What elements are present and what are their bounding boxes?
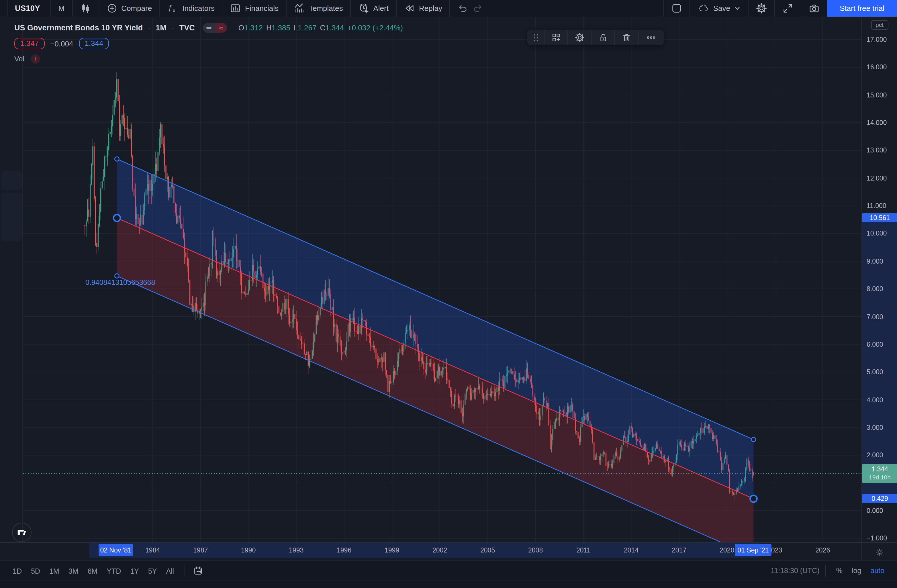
channel-start-price-label: 10.561 xyxy=(862,213,897,222)
top-toolbar: US10Y M Compare f x xyxy=(0,0,897,17)
tradingview-logo[interactable] xyxy=(12,523,32,542)
bid-ask-row: 1.347 −0.004 1.344 xyxy=(14,38,403,49)
time-tick: 2017 xyxy=(672,547,686,554)
range-button-1d[interactable]: 1D xyxy=(8,566,26,577)
range-button-5d[interactable]: 5D xyxy=(26,566,45,577)
time-tick: 1987 xyxy=(193,547,208,554)
price-tick: 0.000 xyxy=(866,507,883,514)
range-button-all[interactable]: All xyxy=(161,566,179,577)
range-button-3m[interactable]: 3M xyxy=(64,566,83,577)
time-tick: 2026 xyxy=(815,547,830,554)
templates-button[interactable]: Templates xyxy=(286,0,351,17)
price-tick: 6.000 xyxy=(866,341,883,348)
volume-label[interactable]: Vol xyxy=(14,55,24,63)
range-button-6m[interactable]: 6M xyxy=(83,566,102,577)
time-tick: 1993 xyxy=(289,547,303,554)
channel-end-date-label: 01 Sep '21 xyxy=(735,544,771,556)
undo-icon[interactable] xyxy=(458,3,468,14)
toolbar-tab[interactable] xyxy=(1,193,22,241)
price-tick: 10.000 xyxy=(866,230,887,237)
legend-interval[interactable]: 1M xyxy=(156,23,167,32)
screenshot-button[interactable] xyxy=(801,0,827,17)
drawing-anchor-handle xyxy=(115,157,119,161)
drawing-anchor-handle xyxy=(750,495,757,502)
lock-button[interactable] xyxy=(591,30,615,45)
pill-approx-icon: ≈ xyxy=(215,23,227,33)
price-tick: 13.000 xyxy=(866,147,887,154)
save-button[interactable]: Save xyxy=(690,0,748,17)
time-tick: 1990 xyxy=(241,547,256,554)
chevron-down-icon xyxy=(734,5,741,11)
axis-unit-button[interactable]: pct xyxy=(871,20,888,30)
symbol-search-button[interactable]: US10Y xyxy=(8,0,51,17)
unlock-icon xyxy=(598,33,608,43)
price-tick: 17.000 xyxy=(866,36,887,43)
auto-scale-button[interactable]: auto xyxy=(866,565,889,577)
tradingview-app: 0.9408413105653668 US10Y M Compare xyxy=(0,0,897,588)
alert-button[interactable]: Alert xyxy=(351,0,396,17)
compare-button[interactable]: Compare xyxy=(99,0,160,17)
market-status-pill[interactable]: ≈ xyxy=(203,23,227,33)
range-button-5y[interactable]: 5Y xyxy=(144,566,162,577)
more-options-button[interactable] xyxy=(638,30,664,45)
price-tick: 3.000 xyxy=(866,424,883,431)
change-value: +0.032 (+2.44%) xyxy=(347,23,403,32)
drawing-settings-button[interactable] xyxy=(568,30,591,45)
time-tick: 2014 xyxy=(624,547,638,554)
channel-end-price-label: 0.429 xyxy=(862,494,897,503)
delete-button[interactable] xyxy=(615,30,638,45)
redo-icon[interactable] xyxy=(473,3,484,14)
time-tick: 1996 xyxy=(337,547,351,554)
separator-dot: · xyxy=(171,23,175,32)
log-scale-button[interactable]: log xyxy=(847,565,866,577)
start-free-trial-button[interactable]: Start free trial xyxy=(827,0,897,17)
price-tick: 15.000 xyxy=(866,92,887,98)
financials-button[interactable]: Financials xyxy=(223,0,286,17)
interval-button[interactable]: M xyxy=(51,0,73,17)
clock-utc[interactable]: 11:18:30 (UTC) xyxy=(771,567,819,575)
pill-dash-icon xyxy=(203,23,215,33)
interval-label: M xyxy=(58,4,65,12)
legend-exchange[interactable]: TVC xyxy=(179,23,195,32)
sun-icon xyxy=(875,548,884,556)
footer-strip xyxy=(0,580,897,588)
price-axis[interactable]: pct 17.00016.00015.00014.00013.00012.000… xyxy=(862,17,897,542)
price-tick: 11.000 xyxy=(866,202,886,209)
svg-text:x: x xyxy=(173,8,175,13)
indicators-button[interactable]: f x Indicators xyxy=(160,0,223,17)
sell-price-box[interactable]: 1.347 xyxy=(14,38,44,49)
financials-icon xyxy=(230,3,241,14)
time-axis[interactable]: 1984198719901993199619992002200520082011… xyxy=(0,542,897,560)
go-to-date-icon[interactable] xyxy=(193,566,203,576)
gear-icon xyxy=(756,3,767,14)
compare-label: Compare xyxy=(121,4,152,12)
percent-scale-button[interactable]: % xyxy=(832,565,847,577)
alert-clock-icon xyxy=(358,3,369,14)
replay-icon xyxy=(404,3,415,14)
volume-row: Vol ! xyxy=(14,54,403,64)
toolbar-tab[interactable] xyxy=(1,171,22,190)
symbol-title[interactable]: US Government Bonds 10 YR Yield xyxy=(14,23,143,32)
chart-settings-button[interactable] xyxy=(748,0,775,17)
drag-handle[interactable] xyxy=(527,30,545,45)
fullscreen-button[interactable] xyxy=(775,0,801,17)
range-button-ytd[interactable]: YTD xyxy=(102,566,126,577)
drawing-toolbar-collapsed[interactable] xyxy=(0,17,23,542)
divider xyxy=(825,565,826,577)
trash-icon xyxy=(621,33,631,43)
drawing-anchor-handle xyxy=(752,437,756,442)
buy-price-box[interactable]: 1.344 xyxy=(79,38,109,49)
volume-warning-icon[interactable]: ! xyxy=(31,54,40,64)
price-tick: 4.000 xyxy=(866,396,883,403)
menu-edge xyxy=(0,0,8,17)
range-button-1y[interactable]: 1Y xyxy=(126,566,144,577)
chart-style-button[interactable] xyxy=(72,0,99,17)
time-tick: 2008 xyxy=(528,547,543,554)
layout-button[interactable] xyxy=(663,0,690,17)
replay-button[interactable]: Replay xyxy=(396,0,450,17)
template-button[interactable] xyxy=(545,30,568,45)
axis-settings-corner[interactable] xyxy=(862,543,897,561)
tv-logo-icon xyxy=(15,526,28,539)
chart-plot[interactable] xyxy=(0,0,897,588)
range-button-1m[interactable]: 1M xyxy=(45,566,64,577)
